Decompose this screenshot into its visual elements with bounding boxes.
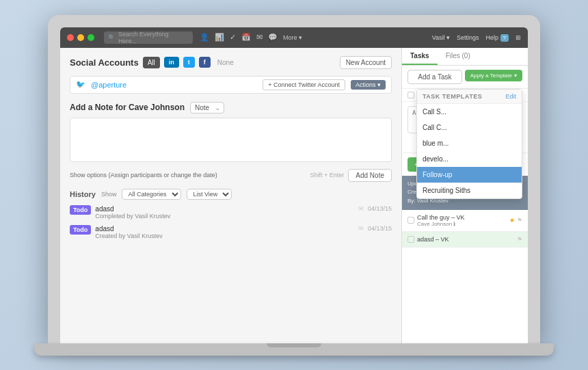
bottom-task-2: adasd – VK ⚑ bbox=[402, 232, 528, 248]
chat-icon[interactable]: 💬 bbox=[268, 33, 278, 42]
calendar-icon[interactable]: 📅 bbox=[241, 33, 251, 42]
todo-sub: Completed by Vasil Krustev bbox=[95, 213, 354, 220]
note-section: Add a Note for Cave Johnson Note Show op… bbox=[70, 102, 392, 182]
bottom-task-icons-2: ⚑ bbox=[517, 236, 522, 243]
note-footer: Show options (Assign participants or cha… bbox=[70, 169, 392, 182]
edit-link[interactable]: Edit bbox=[505, 93, 516, 100]
show-label: Show bbox=[101, 191, 117, 198]
dropdown-header-text: TASK TEMPLATES bbox=[423, 93, 482, 100]
grid-icon[interactable]: ⊞ bbox=[516, 34, 521, 41]
minimize-button[interactable] bbox=[77, 34, 84, 41]
filter-twitter-button[interactable]: t bbox=[183, 57, 195, 68]
connect-twitter-button[interactable]: + Connect Twitter Account bbox=[263, 79, 345, 90]
twitter-row: 🐦 @aperture + Connect Twitter Account Ac… bbox=[70, 76, 392, 94]
bottom-task-icons-1: ★ ⚑ bbox=[509, 217, 522, 224]
shift-enter-hint: Shift + Enter bbox=[310, 172, 345, 179]
help-badge: ? bbox=[500, 34, 509, 42]
search-bar[interactable]: 🔍 Search Everything Here... bbox=[104, 31, 193, 44]
laptop-base bbox=[34, 343, 554, 356]
template-dropdown-menu: TASK TEMPLATES Edit Call S... Call C... … bbox=[416, 89, 522, 199]
tab-tasks[interactable]: Tasks bbox=[402, 48, 438, 65]
template-item-develo[interactable]: develo... bbox=[417, 151, 522, 167]
top-right-nav: Vasil ▾ Settings Help ? ⊞ bbox=[432, 34, 521, 41]
note-type-wrapper: Note bbox=[190, 102, 224, 114]
todo-title: adasd bbox=[95, 225, 354, 233]
note-header-label: Add a Note for Cave Johnson bbox=[70, 103, 185, 112]
note-type-select[interactable]: Note bbox=[190, 102, 224, 114]
flag-icon[interactable]: ⚑ bbox=[517, 217, 522, 224]
template-item-followup[interactable]: Follow-up bbox=[417, 167, 522, 183]
template-item-call-s[interactable]: Call S... bbox=[417, 104, 522, 120]
view-select[interactable]: List View bbox=[187, 189, 232, 200]
template-item-blue[interactable]: blue m... bbox=[417, 135, 522, 151]
contacts-icon[interactable]: 👤 bbox=[200, 33, 209, 42]
bottom-task-content-1: Call the guy – VK Cave Johnson ℹ bbox=[417, 214, 507, 227]
bottom-task-content-2: adasd – VK bbox=[417, 236, 514, 243]
traffic-lights bbox=[67, 34, 94, 41]
help-button[interactable]: Help ? bbox=[486, 34, 509, 41]
star-icon[interactable]: ★ bbox=[509, 217, 515, 224]
close-button[interactable] bbox=[67, 34, 74, 41]
more-button[interactable]: More ▾ bbox=[283, 34, 302, 41]
task-checkbox[interactable] bbox=[407, 92, 414, 98]
right-panel: Tasks Files (0) Add a Task Apply a Templ… bbox=[401, 48, 528, 343]
todo-badge: Todo bbox=[70, 205, 91, 215]
filter-facebook-button[interactable]: f bbox=[199, 57, 211, 68]
task-sub-1: Cave Johnson ℹ bbox=[417, 221, 507, 227]
email-icon[interactable]: ✉ bbox=[256, 33, 263, 42]
note-textarea[interactable] bbox=[70, 118, 392, 162]
history-label: History bbox=[70, 190, 96, 198]
todo-content: adasd Created by Vasil Krustev bbox=[95, 225, 354, 239]
top-bar: 🔍 Search Everything Here... 👤 📊 ✓ 📅 ✉ 💬 … bbox=[60, 27, 528, 48]
left-panel: Social Accounts All in t f None New Acco… bbox=[60, 48, 401, 343]
email-small-icon: ✉ bbox=[358, 225, 364, 232]
task-checkbox-1[interactable] bbox=[407, 217, 414, 224]
tab-files[interactable]: Files (0) bbox=[438, 48, 479, 65]
todo-date: 04/13/15 bbox=[368, 225, 392, 232]
todo-sub: Created by Vasil Krustev bbox=[95, 233, 354, 239]
settings-link[interactable]: Settings bbox=[457, 34, 479, 41]
flag-icon-2[interactable]: ⚑ bbox=[517, 236, 522, 243]
twitter-handle: @aperture bbox=[91, 81, 257, 89]
history-section: History Show All Categories List View To bbox=[70, 189, 392, 239]
main-content: Social Accounts All in t f None New Acco… bbox=[60, 48, 528, 343]
template-item-recruiting[interactable]: Recruiting Siths bbox=[417, 183, 522, 198]
todo-content: adasd Completed by Vasil Krustev bbox=[95, 205, 354, 220]
maximize-button[interactable] bbox=[88, 34, 94, 41]
new-account-button[interactable]: New Account bbox=[340, 56, 392, 69]
add-task-button[interactable]: Add a Task bbox=[407, 70, 462, 84]
todo-icons: ✉ bbox=[358, 205, 364, 212]
chart-icon[interactable]: 📊 bbox=[215, 33, 224, 42]
top-icons: 👤 📊 ✓ 📅 ✉ 💬 More ▾ bbox=[200, 33, 302, 42]
todo-icons: ✉ bbox=[358, 225, 364, 232]
user-menu[interactable]: Vasil ▾ bbox=[432, 34, 450, 41]
categories-select[interactable]: All Categories bbox=[122, 189, 181, 200]
bottom-task-text-2: adasd – VK bbox=[417, 236, 514, 243]
apply-template-button[interactable]: Apply a Template ▾ bbox=[465, 70, 522, 81]
panel-tabs: Tasks Files (0) bbox=[402, 48, 528, 66]
note-header: Add a Note for Cave Johnson Note bbox=[70, 102, 392, 114]
filter-all-button[interactable]: All bbox=[143, 57, 160, 68]
history-header: History Show All Categories List View bbox=[70, 189, 392, 200]
social-accounts-header: Social Accounts All in t f None New Acco… bbox=[70, 56, 392, 69]
template-item-call-c[interactable]: Call C... bbox=[417, 120, 522, 135]
add-note-button[interactable]: Add Note bbox=[348, 169, 392, 182]
actions-button[interactable]: Actions ▾ bbox=[351, 80, 386, 90]
task-actions: Add a Task Apply a Template ▾ TASK TEMPL… bbox=[402, 66, 528, 89]
todo-date: 04/13/15 bbox=[368, 205, 392, 212]
check-icon[interactable]: ✓ bbox=[230, 33, 236, 42]
filter-none-button[interactable]: None bbox=[217, 59, 234, 66]
search-placeholder: Search Everything Here... bbox=[118, 31, 189, 44]
todo-title: adasd bbox=[95, 205, 354, 213]
todo-badge: Todo bbox=[70, 225, 91, 235]
task-checkbox-2[interactable] bbox=[407, 236, 414, 243]
list-item: Todo adasd Completed by Vasil Krustev ✉ … bbox=[70, 205, 392, 220]
show-options-link[interactable]: Show options (Assign participants or cha… bbox=[70, 172, 217, 179]
template-dropdown: Apply a Template ▾ TASK TEMPLATES Edit C… bbox=[465, 70, 522, 84]
email-small-icon: ✉ bbox=[358, 205, 364, 212]
social-accounts-title: Social Accounts bbox=[70, 57, 139, 68]
list-item: Todo adasd Created by Vasil Krustev ✉ 04… bbox=[70, 225, 392, 239]
filter-linkedin-button[interactable]: in bbox=[164, 57, 179, 68]
twitter-icon: 🐦 bbox=[76, 80, 85, 89]
bottom-task-text-1: Call the guy – VK bbox=[417, 214, 507, 221]
